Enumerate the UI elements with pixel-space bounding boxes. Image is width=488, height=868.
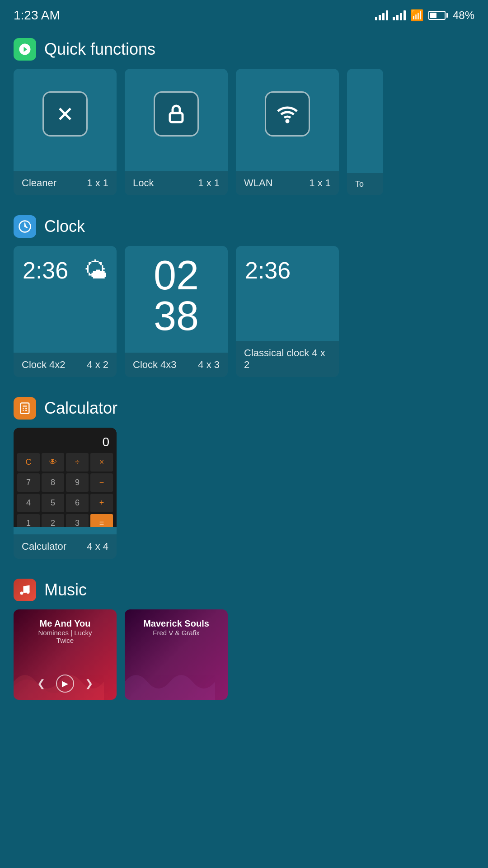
wlan-size: 1 x 1 — [309, 177, 331, 189]
calc-btn-2[interactable]: 2 — [42, 514, 64, 527]
music-section-icon — [14, 579, 36, 601]
calculator-section-icon — [14, 397, 36, 420]
calc-display: 0 — [17, 433, 113, 453]
music-play-btn[interactable]: ▶ — [56, 675, 74, 693]
music-info-2: Maverick Souls Fred V & Grafix — [125, 618, 228, 637]
clock-4x2-tile[interactable]: 2:36 🌤 Clock 4x2 4 x 2 — [14, 246, 117, 377]
more-tile-partial[interactable]: To — [347, 69, 383, 195]
clock-section-title: Clock — [44, 217, 85, 236]
calculator-label: Calculator — [22, 541, 66, 552]
battery-icon — [428, 11, 448, 20]
clock-4x2-size: 4 x 2 — [87, 359, 108, 371]
svg-rect-2 — [170, 113, 183, 122]
wlan-label: WLAN — [244, 177, 273, 189]
calc-btn-4[interactable]: 4 — [17, 494, 40, 512]
music-song-2: Maverick Souls — [125, 618, 228, 629]
clock-classical-label: Classical clock 4 x 2 — [244, 347, 331, 371]
music-tile-1[interactable]: Me And You Nominees | Lucky Twice ❮ ▶ ❯ — [14, 609, 117, 700]
quick-functions-header: Quick functions — [0, 27, 488, 69]
clock-classical-tile[interactable]: 2:36 Classical clock 4 x 2 — [236, 246, 339, 377]
clock-4x3-hour: 02 — [154, 255, 199, 296]
signal-icon-2 — [393, 10, 406, 20]
svg-point-12 — [27, 590, 30, 594]
calc-btn-5[interactable]: 5 — [42, 494, 64, 512]
calc-btn-div[interactable]: ÷ — [66, 453, 89, 472]
music-artist-1: Nominees | Lucky — [14, 629, 117, 637]
clock-4x2-time: 2:36 — [23, 257, 68, 284]
clock-4x3-tile[interactable]: 02 38 Clock 4x3 4 x 3 — [125, 246, 228, 377]
battery-percent: 48% — [453, 9, 474, 22]
calculator-tiles: 0 C 👁 ÷ × 7 8 9 − 4 5 6 + 1 2 3 = 0 . — [0, 428, 488, 559]
svg-point-11 — [20, 592, 23, 595]
wifi-icon: 📶 — [410, 9, 424, 22]
clock-4x3-label: Clock 4x3 — [133, 359, 177, 371]
cleaner-tile[interactable]: Cleaner 1 x 1 — [14, 69, 117, 195]
calc-btn-eq[interactable]: = — [90, 514, 113, 527]
calc-btn-mul[interactable]: × — [90, 453, 113, 472]
music-artist-sub-1: Twice — [14, 637, 117, 644]
signal-icon-1 — [375, 10, 388, 20]
calc-btn-1[interactable]: 1 — [17, 514, 40, 527]
clock-4x2-label: Clock 4x2 — [22, 359, 66, 371]
music-header: Music — [0, 568, 488, 609]
calc-btn-3[interactable]: 3 — [66, 514, 89, 527]
clock-header: Clock — [0, 204, 488, 246]
music-prev-btn[interactable]: ❮ — [37, 678, 45, 689]
lock-label: Lock — [133, 177, 154, 189]
svg-point-3 — [286, 120, 288, 122]
clock-4x3-size: 4 x 3 — [198, 359, 220, 371]
calc-btn-6[interactable]: 6 — [66, 494, 89, 512]
wlan-tile[interactable]: WLAN 1 x 1 — [236, 69, 339, 195]
lock-tile[interactable]: Lock 1 x 1 — [125, 69, 228, 195]
calc-btn-7[interactable]: 7 — [17, 473, 40, 492]
calculator-size: 4 x 4 — [87, 541, 108, 552]
music-next-btn[interactable]: ❯ — [85, 678, 93, 689]
clock-4x3-min: 38 — [154, 296, 199, 336]
clock-section-icon — [14, 215, 36, 238]
music-section-title: Music — [44, 580, 87, 599]
music-tiles: Me And You Nominees | Lucky Twice ❮ ▶ ❯ … — [0, 609, 488, 700]
more-label: To — [355, 179, 364, 189]
clock-classical-time: 2:36 — [245, 257, 330, 284]
music-song-1: Me And You — [14, 618, 117, 629]
calc-btn-eye[interactable]: 👁 — [42, 453, 64, 472]
cleaner-icon-circle — [42, 91, 88, 137]
lock-size: 1 x 1 — [198, 177, 220, 189]
calculator-section-title: Calculator — [44, 399, 117, 418]
clock-tiles: 2:36 🌤 Clock 4x2 4 x 2 02 38 Clock 4x3 4… — [0, 246, 488, 377]
quick-functions-tiles: Cleaner 1 x 1 Lock 1 x 1 — [0, 69, 488, 195]
weather-icon: 🌤 — [84, 257, 108, 284]
status-time: 1:23 AM — [14, 8, 60, 23]
status-icons: 📶 48% — [375, 9, 474, 22]
calc-btn-c[interactable]: C — [17, 453, 40, 472]
music-artist-2: Fred V & Grafix — [125, 629, 228, 637]
cleaner-size: 1 x 1 — [87, 177, 108, 189]
quick-functions-icon — [14, 38, 36, 61]
music-controls-1: ❮ ▶ ❯ — [14, 675, 117, 693]
calc-btn-8[interactable]: 8 — [42, 473, 64, 492]
calc-btn-sub[interactable]: − — [90, 473, 113, 492]
quick-functions-title: Quick functions — [44, 40, 155, 59]
calc-btn-9[interactable]: 9 — [66, 473, 89, 492]
svg-rect-5 — [21, 403, 29, 413]
calculator-header: Calculator — [0, 386, 488, 428]
cleaner-label: Cleaner — [22, 177, 56, 189]
calculator-tile[interactable]: 0 C 👁 ÷ × 7 8 9 − 4 5 6 + 1 2 3 = 0 . — [14, 428, 117, 559]
music-info-1: Me And You Nominees | Lucky Twice — [14, 618, 117, 644]
wifi-icon-circle — [265, 91, 310, 137]
status-bar: 1:23 AM 📶 48% — [0, 0, 488, 27]
lock-icon-circle — [154, 91, 199, 137]
music-tile-2[interactable]: Maverick Souls Fred V & Grafix — [125, 609, 228, 700]
calc-btn-add[interactable]: + — [90, 494, 113, 512]
